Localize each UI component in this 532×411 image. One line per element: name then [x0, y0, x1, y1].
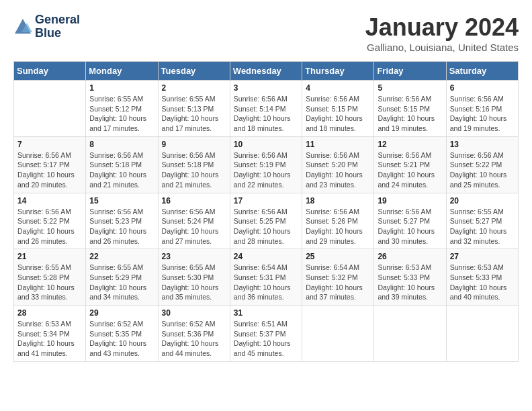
calendar-cell: 1Sunrise: 6:55 AMSunset: 5:12 PMDaylight… — [86, 81, 158, 137]
calendar-week-row: 21Sunrise: 6:55 AMSunset: 5:28 PMDayligh… — [14, 249, 519, 306]
day-number: 13 — [450, 140, 515, 149]
day-number: 10 — [234, 140, 298, 149]
day-number: 19 — [378, 196, 442, 205]
day-number: 6 — [450, 83, 515, 93]
day-info: Sunrise: 6:56 AMSunset: 5:25 PMDaylight:… — [234, 207, 298, 246]
column-header-sunday: Sunday — [14, 62, 86, 81]
calendar-table: SundayMondayTuesdayWednesdayThursdayFrid… — [13, 61, 519, 362]
logo-line1: General — [35, 13, 80, 27]
day-info: Sunrise: 6:55 AMSunset: 5:30 PMDaylight:… — [162, 263, 226, 302]
calendar-cell: 5Sunrise: 6:56 AMSunset: 5:15 PMDaylight… — [374, 81, 446, 137]
day-info: Sunrise: 6:53 AMSunset: 5:33 PMDaylight:… — [378, 263, 442, 302]
day-number: 12 — [378, 140, 442, 149]
calendar-title: January 2024 — [365, 13, 519, 42]
day-info: Sunrise: 6:56 AMSunset: 5:14 PMDaylight:… — [234, 94, 298, 134]
column-header-monday: Monday — [86, 62, 158, 81]
day-info: Sunrise: 6:56 AMSunset: 5:15 PMDaylight:… — [378, 94, 442, 134]
day-info: Sunrise: 6:56 AMSunset: 5:23 PMDaylight:… — [89, 207, 154, 246]
calendar-cell: 22Sunrise: 6:55 AMSunset: 5:29 PMDayligh… — [86, 249, 158, 306]
calendar-cell: 21Sunrise: 6:55 AMSunset: 5:28 PMDayligh… — [14, 249, 86, 306]
day-info: Sunrise: 6:52 AMSunset: 5:36 PMDaylight:… — [162, 319, 226, 359]
day-info: Sunrise: 6:56 AMSunset: 5:19 PMDaylight:… — [234, 150, 298, 190]
calendar-week-row: 14Sunrise: 6:56 AMSunset: 5:22 PMDayligh… — [14, 193, 519, 249]
day-number: 22 — [89, 252, 154, 261]
day-info: Sunrise: 6:55 AMSunset: 5:29 PMDaylight:… — [89, 263, 154, 302]
column-header-friday: Friday — [374, 62, 446, 81]
calendar-cell: 16Sunrise: 6:56 AMSunset: 5:24 PMDayligh… — [158, 193, 230, 249]
day-number: 20 — [450, 196, 515, 205]
calendar-cell: 24Sunrise: 6:54 AMSunset: 5:31 PMDayligh… — [230, 249, 302, 306]
day-info: Sunrise: 6:54 AMSunset: 5:31 PMDaylight:… — [234, 263, 298, 302]
calendar-cell: 9Sunrise: 6:56 AMSunset: 5:18 PMDaylight… — [158, 136, 230, 193]
calendar-week-row: 1Sunrise: 6:55 AMSunset: 5:12 PMDaylight… — [14, 81, 519, 137]
calendar-cell: 3Sunrise: 6:56 AMSunset: 5:14 PMDaylight… — [230, 81, 302, 137]
calendar-cell: 10Sunrise: 6:56 AMSunset: 5:19 PMDayligh… — [230, 136, 302, 193]
calendar-cell: 31Sunrise: 6:51 AMSunset: 5:37 PMDayligh… — [230, 306, 302, 362]
calendar-header-row: SundayMondayTuesdayWednesdayThursdayFrid… — [14, 62, 519, 81]
calendar-cell: 13Sunrise: 6:56 AMSunset: 5:22 PMDayligh… — [446, 136, 518, 193]
day-info: Sunrise: 6:55 AMSunset: 5:27 PMDaylight:… — [450, 207, 515, 246]
day-number: 16 — [162, 196, 226, 205]
day-info: Sunrise: 6:55 AMSunset: 5:28 PMDaylight:… — [17, 263, 82, 302]
day-info: Sunrise: 6:51 AMSunset: 5:37 PMDaylight:… — [234, 319, 298, 359]
day-number: 18 — [306, 196, 370, 205]
calendar-cell — [14, 81, 86, 137]
column-header-thursday: Thursday — [302, 62, 374, 81]
calendar-cell: 2Sunrise: 6:55 AMSunset: 5:13 PMDaylight… — [158, 81, 230, 137]
day-info: Sunrise: 6:54 AMSunset: 5:32 PMDaylight:… — [306, 263, 370, 302]
logo-text: General Blue — [35, 13, 80, 40]
calendar-cell: 23Sunrise: 6:55 AMSunset: 5:30 PMDayligh… — [158, 249, 230, 306]
day-number: 14 — [17, 196, 82, 205]
day-number: 1 — [89, 83, 154, 93]
calendar-cell: 19Sunrise: 6:56 AMSunset: 5:27 PMDayligh… — [374, 193, 446, 249]
day-number: 30 — [162, 308, 226, 318]
calendar-cell: 14Sunrise: 6:56 AMSunset: 5:22 PMDayligh… — [14, 193, 86, 249]
calendar-subtitle: Galliano, Louisiana, United States — [365, 42, 519, 53]
calendar-cell — [446, 306, 518, 362]
calendar-cell: 18Sunrise: 6:56 AMSunset: 5:26 PMDayligh… — [302, 193, 374, 249]
day-number: 21 — [17, 252, 82, 261]
calendar-cell: 29Sunrise: 6:52 AMSunset: 5:35 PMDayligh… — [86, 306, 158, 362]
day-info: Sunrise: 6:56 AMSunset: 5:22 PMDaylight:… — [17, 207, 82, 246]
calendar-cell: 28Sunrise: 6:53 AMSunset: 5:34 PMDayligh… — [14, 306, 86, 362]
calendar-cell: 26Sunrise: 6:53 AMSunset: 5:33 PMDayligh… — [374, 249, 446, 306]
calendar-cell — [374, 306, 446, 362]
day-info: Sunrise: 6:56 AMSunset: 5:16 PMDaylight:… — [450, 94, 515, 134]
day-number: 29 — [89, 308, 154, 318]
calendar-cell: 4Sunrise: 6:56 AMSunset: 5:15 PMDaylight… — [302, 81, 374, 137]
day-info: Sunrise: 6:53 AMSunset: 5:34 PMDaylight:… — [17, 319, 82, 359]
column-header-saturday: Saturday — [446, 62, 518, 81]
day-info: Sunrise: 6:52 AMSunset: 5:35 PMDaylight:… — [89, 319, 154, 359]
day-number: 23 — [162, 252, 226, 261]
day-info: Sunrise: 6:56 AMSunset: 5:18 PMDaylight:… — [162, 150, 226, 190]
calendar-cell: 27Sunrise: 6:53 AMSunset: 5:33 PMDayligh… — [446, 249, 518, 306]
calendar-cell: 20Sunrise: 6:55 AMSunset: 5:27 PMDayligh… — [446, 193, 518, 249]
day-number: 4 — [306, 83, 370, 93]
day-number: 3 — [234, 83, 298, 93]
day-number: 17 — [234, 196, 298, 205]
logo-icon — [13, 17, 32, 36]
calendar-cell: 11Sunrise: 6:56 AMSunset: 5:20 PMDayligh… — [302, 136, 374, 193]
logo: General Blue — [13, 13, 80, 40]
calendar-cell: 25Sunrise: 6:54 AMSunset: 5:32 PMDayligh… — [302, 249, 374, 306]
day-number: 9 — [162, 140, 226, 149]
day-info: Sunrise: 6:53 AMSunset: 5:33 PMDaylight:… — [450, 263, 515, 302]
day-number: 7 — [17, 140, 82, 149]
calendar-cell: 30Sunrise: 6:52 AMSunset: 5:36 PMDayligh… — [158, 306, 230, 362]
day-number: 25 — [306, 252, 370, 261]
logo-line2: Blue — [35, 27, 80, 40]
calendar-cell: 6Sunrise: 6:56 AMSunset: 5:16 PMDaylight… — [446, 81, 518, 137]
day-info: Sunrise: 6:55 AMSunset: 5:12 PMDaylight:… — [89, 94, 154, 134]
day-number: 5 — [378, 83, 442, 93]
day-number: 31 — [234, 308, 298, 318]
day-info: Sunrise: 6:56 AMSunset: 5:22 PMDaylight:… — [450, 150, 515, 190]
day-number: 27 — [450, 252, 515, 261]
calendar-week-row: 7Sunrise: 6:56 AMSunset: 5:17 PMDaylight… — [14, 136, 519, 193]
day-number: 26 — [378, 252, 442, 261]
day-info: Sunrise: 6:56 AMSunset: 5:24 PMDaylight:… — [162, 207, 226, 246]
calendar-cell: 7Sunrise: 6:56 AMSunset: 5:17 PMDaylight… — [14, 136, 86, 193]
column-header-tuesday: Tuesday — [158, 62, 230, 81]
title-area: January 2024 Galliano, Louisiana, United… — [365, 13, 519, 53]
day-number: 2 — [162, 83, 226, 93]
calendar-cell: 15Sunrise: 6:56 AMSunset: 5:23 PMDayligh… — [86, 193, 158, 249]
